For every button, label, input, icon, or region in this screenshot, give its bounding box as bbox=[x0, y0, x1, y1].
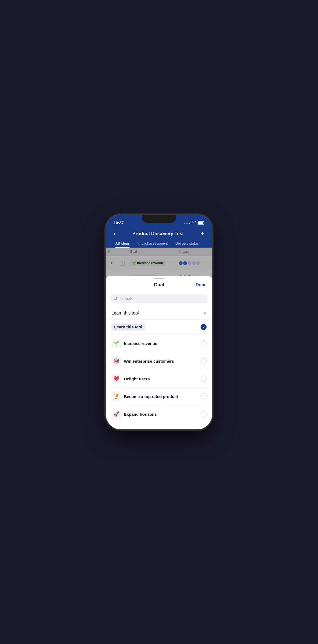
tab-impact-assessment[interactable]: Impact assessment bbox=[133, 239, 172, 248]
tab-all-ideas[interactable]: All ideas bbox=[111, 239, 133, 248]
radio-selected-icon: ✓ bbox=[201, 324, 207, 330]
goal-option-label: Expand horizons bbox=[124, 412, 157, 417]
sheet-header: Goal Done bbox=[106, 279, 212, 291]
goal-option-icon-container: Learn this tool bbox=[111, 323, 145, 331]
goal-option-increase-revenue[interactable]: 🌱 Increase revenue bbox=[110, 335, 208, 352]
table-container: # Goal Impact 1 ✓ 🌱 Increase revenue bbox=[106, 248, 212, 429]
sheet-done-button[interactable]: Done bbox=[196, 282, 207, 287]
search-icon bbox=[114, 297, 117, 301]
tab-bar: All ideas Impact assessment Delivery sta… bbox=[106, 239, 212, 248]
goal-option-top-rated[interactable]: 🏆 Become a top rated product bbox=[110, 388, 208, 405]
chevron-down-icon: ∨ bbox=[203, 310, 207, 316]
page-title: Product Discovery Test bbox=[118, 231, 198, 236]
goal-option-learn-this-tool[interactable]: Learn this tool ✓ bbox=[110, 320, 208, 335]
goal-option-label: Become a top rated product bbox=[124, 394, 178, 399]
goal-options-list: Learn this tool ✓ 🌱 Increase revenue bbox=[106, 320, 212, 423]
search-bar[interactable] bbox=[110, 294, 208, 303]
radio-empty-icon bbox=[201, 358, 207, 364]
search-input[interactable] bbox=[120, 297, 204, 301]
goal-option-win-enterprise[interactable]: 🎯 Win enterprise customers bbox=[110, 352, 208, 370]
add-button[interactable]: + bbox=[198, 229, 207, 239]
status-time: 10:37 bbox=[114, 220, 124, 225]
phone-screen: 10:37 ‹ bbox=[106, 215, 212, 429]
goal-option-label: Increase revenue bbox=[124, 341, 157, 346]
wifi-icon bbox=[192, 221, 196, 225]
goal-option-icon-container: 🎯 bbox=[111, 356, 121, 366]
radio-empty-icon bbox=[201, 411, 207, 417]
signal-icon bbox=[184, 223, 190, 224]
goal-option-icon-container: 🚀 bbox=[111, 409, 121, 419]
phone-frame: 10:37 ‹ bbox=[106, 215, 212, 429]
goal-option-icon-container: ❤️ bbox=[111, 374, 121, 384]
bottom-sheet: Goal Done Learn t bbox=[106, 276, 212, 429]
goal-option-delight-users[interactable]: ❤️ Delight users bbox=[110, 370, 208, 388]
radio-empty-icon bbox=[201, 393, 207, 399]
back-button[interactable]: ‹ bbox=[111, 229, 118, 238]
nav-bar: ‹ Product Discovery Test + bbox=[106, 227, 212, 239]
search-container bbox=[106, 291, 212, 307]
radio-empty-icon bbox=[201, 340, 207, 346]
current-selection-label: Learn this tool bbox=[111, 311, 139, 316]
battery-icon bbox=[198, 221, 204, 225]
goal-option-label: Learn this tool bbox=[114, 325, 142, 329]
goal-option-icon-container: 🏆 bbox=[111, 392, 121, 401]
goal-option-expand-horizons[interactable]: 🚀 Expand horizons bbox=[110, 405, 208, 423]
status-icons bbox=[184, 221, 204, 225]
radio-empty-icon bbox=[201, 376, 207, 382]
goal-option-label: Win enterprise customers bbox=[124, 359, 174, 363]
sheet-title: Goal bbox=[122, 282, 196, 288]
tab-delivery-status[interactable]: Delivery status bbox=[172, 239, 202, 248]
notch bbox=[142, 215, 176, 223]
goal-option-label: Delight users bbox=[124, 377, 150, 381]
goal-option-icon-container: 🌱 bbox=[111, 338, 121, 348]
current-selection[interactable]: Learn this tool ∨ bbox=[106, 307, 212, 320]
